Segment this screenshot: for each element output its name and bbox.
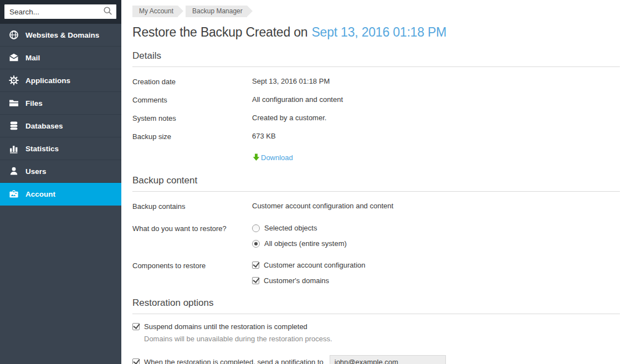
creation-date-value: Sept 13, 2016 01:18 PM bbox=[252, 77, 330, 85]
id-badge-icon bbox=[8, 189, 19, 199]
sidebar-item-applications[interactable]: Applications bbox=[0, 69, 121, 92]
backup-size-row: Backup size 673 KB bbox=[132, 132, 620, 141]
restoration-options-heading: Restoration options bbox=[132, 298, 620, 314]
checkbox-customer-account-configuration[interactable]: Customer account configuration bbox=[252, 261, 366, 269]
sidebar-search-area bbox=[0, 0, 121, 24]
checkbox-suspend-domains-label: Suspend domains until the restoration is… bbox=[144, 322, 307, 331]
checkbox-customer-account-configuration-label: Customer account configuration bbox=[264, 261, 366, 269]
radio-selected-objects[interactable]: Selected objects bbox=[252, 224, 347, 232]
system-notes-row: System notes Created by a customer. bbox=[132, 114, 620, 122]
components-row: Components to restore Customer account c… bbox=[132, 261, 620, 285]
radio-selected-objects-control[interactable] bbox=[252, 224, 260, 232]
system-notes-value: Created by a customer. bbox=[252, 114, 326, 122]
notification-email-input[interactable] bbox=[330, 355, 446, 364]
sidebar-item-label: Users bbox=[25, 167, 47, 176]
backup-size-value: 673 KB bbox=[252, 132, 276, 140]
creation-date-row: Creation date Sept 13, 2016 01:18 PM bbox=[132, 77, 620, 86]
checkbox-suspend-domains-control[interactable] bbox=[132, 323, 140, 330]
database-icon bbox=[8, 121, 19, 131]
gear-icon bbox=[8, 75, 19, 85]
user-icon bbox=[8, 166, 19, 176]
suspend-domains-note: Domains will be unavailable during the r… bbox=[144, 335, 620, 343]
page-title-prefix: Restore the Backup Created on bbox=[132, 25, 307, 39]
search-input[interactable] bbox=[4, 4, 103, 19]
page-title-date: Sept 13, 2016 01:18 PM bbox=[311, 25, 446, 39]
folder-icon bbox=[8, 98, 19, 108]
radio-all-objects[interactable]: All objects (entire system) bbox=[252, 239, 347, 248]
breadcrumb-my-account[interactable]: My Account bbox=[132, 6, 178, 17]
sidebar: Websites & Domains Mail bbox=[0, 0, 121, 364]
sidebar-item-label: Websites & Domains bbox=[25, 31, 99, 39]
backup-size-label: Backup size bbox=[132, 132, 252, 141]
backup-contains-label: Backup contains bbox=[132, 202, 252, 211]
details-heading: Details bbox=[132, 50, 620, 67]
sidebar-item-label: Applications bbox=[25, 76, 70, 85]
checkbox-send-notification[interactable]: When the restoration is completed, send … bbox=[132, 355, 620, 364]
download-link[interactable]: Download bbox=[252, 153, 293, 162]
mail-icon bbox=[8, 53, 19, 63]
checkbox-send-notification-label: When the restoration is completed, send … bbox=[144, 358, 324, 364]
download-label: Download bbox=[261, 153, 293, 162]
restoration-options-section: Restoration options Suspend domains unti… bbox=[132, 298, 620, 364]
radio-all-objects-control[interactable] bbox=[252, 240, 260, 248]
backup-content-heading: Backup content bbox=[132, 175, 620, 192]
details-section: Details Creation date Sept 13, 2016 01:1… bbox=[132, 50, 620, 163]
restore-scope-row: What do you want to restore? Selected ob… bbox=[132, 224, 620, 248]
sidebar-item-label: Databases bbox=[25, 122, 63, 130]
checkbox-customers-domains[interactable]: Customer's domains bbox=[252, 276, 366, 285]
bar-chart-icon bbox=[8, 143, 19, 153]
sidebar-item-label: Mail bbox=[25, 54, 40, 62]
radio-all-objects-label: All objects (entire system) bbox=[264, 239, 347, 248]
comments-row: Comments All configuration and content bbox=[132, 95, 620, 104]
backup-contains-row: Backup contains Customer account configu… bbox=[132, 202, 620, 211]
notification-option: When the restoration is completed, send … bbox=[132, 355, 620, 364]
breadcrumb-backup-manager[interactable]: Backup Manager bbox=[186, 6, 247, 17]
creation-date-label: Creation date bbox=[132, 77, 252, 86]
main-content: My Account Backup Manager Restore the Ba… bbox=[121, 0, 621, 364]
checkbox-customers-domains-control[interactable] bbox=[252, 277, 259, 284]
sidebar-item-websites-domains[interactable]: Websites & Domains bbox=[0, 24, 121, 47]
sidebar-item-label: Account bbox=[25, 190, 55, 198]
download-arrow-icon bbox=[252, 153, 260, 162]
sidebar-item-label: Statistics bbox=[25, 145, 59, 153]
sidebar-item-databases[interactable]: Databases bbox=[0, 115, 121, 137]
checkbox-suspend-domains[interactable]: Suspend domains until the restoration is… bbox=[132, 322, 620, 331]
breadcrumb: My Account Backup Manager bbox=[132, 6, 620, 17]
sidebar-nav: Websites & Domains Mail bbox=[0, 24, 121, 206]
sidebar-item-statistics[interactable]: Statistics bbox=[0, 137, 121, 160]
comments-label: Comments bbox=[132, 95, 252, 104]
radio-selected-objects-label: Selected objects bbox=[264, 224, 317, 232]
checkbox-customers-domains-label: Customer's domains bbox=[264, 276, 329, 285]
sidebar-item-users[interactable]: Users bbox=[0, 160, 121, 183]
backup-content-section: Backup content Backup contains Customer … bbox=[132, 175, 620, 285]
restore-question-label: What do you want to restore? bbox=[132, 224, 252, 233]
search-icon[interactable] bbox=[103, 6, 112, 17]
sidebar-item-account[interactable]: Account bbox=[0, 183, 121, 206]
sidebar-item-files[interactable]: Files bbox=[0, 92, 121, 115]
sidebar-item-label: Files bbox=[25, 99, 43, 107]
components-label: Components to restore bbox=[132, 261, 252, 270]
backup-contains-value: Customer account configuration and conte… bbox=[252, 202, 393, 210]
comments-value: All configuration and content bbox=[252, 95, 343, 104]
checkbox-send-notification-control[interactable] bbox=[132, 358, 140, 364]
system-notes-label: System notes bbox=[132, 114, 252, 122]
search-box[interactable] bbox=[4, 4, 116, 19]
checkbox-customer-account-configuration-control[interactable] bbox=[252, 262, 259, 269]
sidebar-item-mail[interactable]: Mail bbox=[0, 47, 121, 69]
globe-icon bbox=[8, 30, 19, 40]
page-title: Restore the Backup Created onSept 13, 20… bbox=[132, 25, 620, 40]
suspend-domains-option: Suspend domains until the restoration is… bbox=[132, 322, 620, 343]
